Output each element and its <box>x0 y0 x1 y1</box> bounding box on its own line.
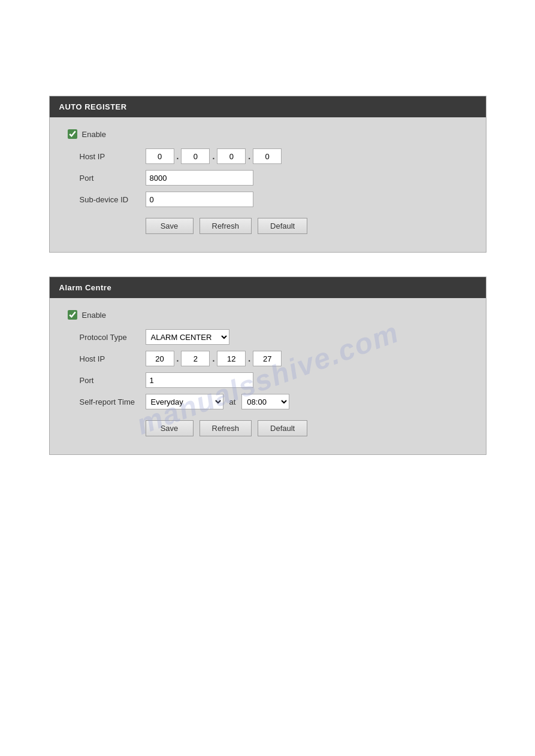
auto-register-enable-row: Enable <box>68 129 468 139</box>
sub-device-row: Sub-device ID <box>68 192 468 207</box>
host-ip-label: Host IP <box>80 152 146 161</box>
alarm-centre-title: Alarm Centre <box>50 277 486 298</box>
ip-dot-1: . <box>177 151 179 161</box>
alarm-port-row: Port <box>68 372 468 388</box>
auto-register-enable-checkbox[interactable] <box>68 129 77 139</box>
ip-dot-3: . <box>248 151 250 161</box>
alarm-host-ip-octet-4[interactable] <box>253 351 282 366</box>
port-label: Port <box>80 174 146 183</box>
self-report-controls: Everyday at 08:00 <box>146 394 290 409</box>
alarm-ip-dot-3: . <box>248 354 250 363</box>
host-ip-octet-4[interactable] <box>253 148 282 164</box>
alarm-centre-enable-checkbox[interactable] <box>68 310 77 320</box>
alarm-ip-dot-1: . <box>177 354 179 363</box>
alarm-host-ip-octet-2[interactable] <box>181 351 210 366</box>
protocol-type-row: Protocol Type ALARM CENTER <box>68 329 468 345</box>
auto-register-panel: AUTO REGISTER Enable Host IP . . . <box>49 96 486 253</box>
alarm-centre-panel: Alarm Centre Enable Protocol Type ALARM … <box>49 277 486 455</box>
alarm-port-input[interactable] <box>146 372 253 388</box>
auto-register-title: AUTO REGISTER <box>50 96 486 117</box>
auto-register-enable-label: Enable <box>82 130 106 139</box>
alarm-host-ip-octet-3[interactable] <box>217 351 246 366</box>
host-ip-octet-3[interactable] <box>217 148 246 164</box>
at-label: at <box>229 397 236 406</box>
host-ip-octet-1[interactable] <box>146 148 174 164</box>
self-report-row: Self-report Time Everyday at 08:00 <box>68 394 468 409</box>
sub-device-label: Sub-device ID <box>80 195 146 204</box>
host-ip-inputs: . . . <box>146 148 282 164</box>
auto-register-button-row: Save Refresh Default <box>68 218 468 234</box>
host-ip-octet-2[interactable] <box>181 148 210 164</box>
protocol-type-label: Protocol Type <box>80 333 146 342</box>
self-report-select[interactable]: Everyday <box>146 394 223 409</box>
alarm-ip-dot-2: . <box>212 354 214 363</box>
alarm-port-label: Port <box>80 376 146 385</box>
auto-register-refresh-button[interactable]: Refresh <box>200 218 252 234</box>
time-select[interactable]: 08:00 <box>241 394 289 409</box>
sub-device-input[interactable] <box>146 192 253 207</box>
host-ip-row: Host IP . . . <box>68 148 468 164</box>
port-row: Port <box>68 170 468 186</box>
alarm-host-ip-octet-1[interactable] <box>146 351 174 366</box>
alarm-host-ip-row: Host IP . . . <box>68 351 468 366</box>
self-report-label: Self-report Time <box>80 397 146 406</box>
alarm-centre-enable-row: Enable <box>68 310 468 320</box>
alarm-centre-button-row: Save Refresh Default <box>68 420 468 436</box>
auto-register-default-button[interactable]: Default <box>258 218 307 234</box>
alarm-host-ip-label: Host IP <box>80 354 146 363</box>
alarm-centre-save-button[interactable]: Save <box>146 420 194 436</box>
auto-register-save-button[interactable]: Save <box>146 218 194 234</box>
alarm-centre-enable-label: Enable <box>82 311 106 320</box>
alarm-host-ip-inputs: . . . <box>146 351 282 366</box>
port-input[interactable] <box>146 170 253 186</box>
alarm-centre-refresh-button[interactable]: Refresh <box>200 420 252 436</box>
ip-dot-2: . <box>212 151 214 161</box>
protocol-type-select[interactable]: ALARM CENTER <box>146 329 229 345</box>
alarm-centre-default-button[interactable]: Default <box>258 420 307 436</box>
